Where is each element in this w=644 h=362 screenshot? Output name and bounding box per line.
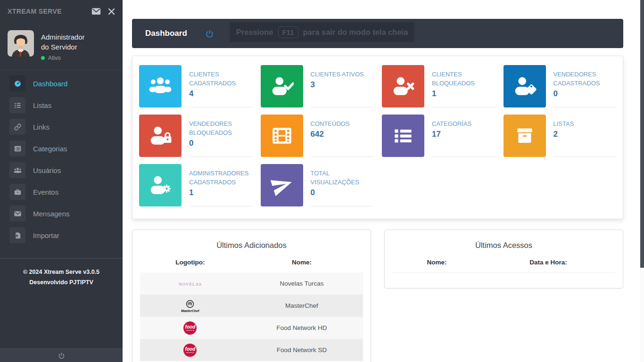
- stat-value: 1: [432, 89, 495, 99]
- list-alt-icon: [14, 145, 22, 153]
- sidebar-item-dashboard[interactable]: Dashboard: [0, 73, 123, 94]
- novelas-logo: NOVELAS: [179, 282, 202, 287]
- stat-card-listas[interactable]: LISTAS 2: [504, 115, 617, 157]
- sidebar-item-label: Listas: [33, 101, 51, 109]
- user-gear-icon: [149, 173, 172, 197]
- sidebar-item-usuarios[interactable]: Usuários: [0, 159, 123, 181]
- archive-box-icon: [513, 124, 537, 148]
- divider: [392, 272, 615, 273]
- column-header-logotipo: Logotipo:: [140, 257, 240, 272]
- stat-card-clientes-ativos[interactable]: CLIENTES ATIVOS 3: [261, 65, 374, 107]
- stat-value: 17: [432, 130, 495, 139]
- fullscreen-notice-suffix: para sair do modo tela cheia: [303, 28, 408, 37]
- sidebar-item-importar[interactable]: Importar: [0, 224, 123, 246]
- sidebar: XTREAM SERVE: [0, 0, 123, 362]
- sidebar-header: XTREAM SERVE: [0, 0, 123, 23]
- stat-label: CATEGORÍAS: [432, 119, 495, 128]
- gauge-icon: [14, 80, 22, 88]
- stat-card-vendedores-cadastrados[interactable]: VENDEDORES CADASTRADOS 0: [504, 65, 617, 107]
- envelope-icon[interactable]: [91, 6, 101, 16]
- list-bullets-icon: [391, 124, 415, 148]
- table-row: food network Food Network SD: [140, 339, 363, 361]
- users-icon: [14, 166, 22, 174]
- close-icon[interactable]: [107, 7, 116, 16]
- sidebar-item-label: Mensagens: [33, 210, 70, 218]
- f11-key-badge: F11: [278, 26, 298, 38]
- table-row: MasterChef MasterChef: [140, 295, 363, 317]
- page-title: Dashboard: [145, 29, 187, 38]
- user-panel: Administrador do Servidor Ativo: [0, 23, 123, 70]
- file-import-icon: [14, 231, 22, 239]
- scrollbar-thumb[interactable]: [640, 0, 644, 268]
- stat-value: 0: [189, 139, 252, 148]
- sidebar-item-label: Usuários: [33, 166, 61, 174]
- fullscreen-notice-prefix: Pressione: [236, 28, 273, 37]
- stat-label: CLIENTES CADASTRADOS: [189, 70, 252, 88]
- masterchef-logo: MasterChef: [181, 299, 199, 313]
- sidebar-item-links[interactable]: Links: [0, 116, 123, 138]
- sidebar-item-label: Dashboard: [33, 80, 67, 88]
- paper-plane-icon: [270, 173, 294, 197]
- scrollbar-track[interactable]: [640, 0, 644, 362]
- fullscreen-notice: Pressione F11 para sair do modo tela che…: [230, 22, 414, 42]
- stat-label: TOTAL VISUALIZAÇÕES: [311, 169, 374, 187]
- footer-copyright: © 2024 Xtream Serve v3.0.5: [0, 267, 123, 277]
- recent-access-title: Últimos Acessos: [392, 238, 615, 257]
- user-name: Administrador do Servidor: [41, 32, 92, 52]
- sidebar-footer: © 2024 Xtream Serve v3.0.5 Desenvolvido …: [0, 258, 123, 288]
- table-row: NOVELAS Novelas Turcas: [140, 272, 363, 295]
- stat-label: VENDEDORES CADASTRADOS: [553, 70, 617, 88]
- header-power-button[interactable]: [205, 29, 214, 38]
- sidebar-item-label: Importar: [33, 231, 59, 239]
- recent-added-panel: Últimos Adicionados Logotipo: Nome: NOVE…: [132, 230, 371, 362]
- column-header-data-hora: Data e Hora:: [481, 257, 615, 272]
- sidebar-item-label: Categorias: [33, 145, 67, 153]
- user-check-icon: [270, 74, 294, 98]
- stat-card-clientes-cadastrados[interactable]: CLIENTES CADASTRADOS 4: [139, 65, 252, 107]
- stat-value: 642: [311, 130, 374, 139]
- user-lock-icon: [149, 124, 172, 148]
- stat-card-vendedores-bloqueados[interactable]: VENDEDORES BLOQUEADOS 0: [139, 115, 252, 157]
- stat-card-clientes-bloqueados[interactable]: CLIENTES BLOQUEADOS 1: [382, 65, 495, 107]
- stat-value: 4: [189, 89, 252, 99]
- user-x-icon: [391, 74, 415, 98]
- column-header-nome: Nome:: [392, 257, 481, 272]
- stat-value: 1: [189, 188, 252, 197]
- stat-card-conteudos[interactable]: CONTEÚDOS 642: [261, 115, 374, 157]
- brand-title: XTREAM SERVE: [8, 8, 91, 15]
- stat-value: 2: [553, 130, 617, 139]
- recent-access-panel: Últimos Acessos Nome: Data e Hora:: [384, 230, 623, 288]
- logout-power-button[interactable]: [0, 348, 123, 362]
- list-icon: [14, 101, 22, 109]
- status-dot: [41, 56, 45, 60]
- stat-card-total-visualizacoes[interactable]: TOTAL VISUALIZAÇÕES 0: [261, 164, 374, 206]
- power-icon: [205, 29, 214, 38]
- stat-label: VENDEDORES BLOQUEADOS: [189, 119, 252, 137]
- channel-name: Food Network SD: [240, 339, 363, 361]
- channel-name: Novelas Turcas: [240, 272, 363, 295]
- channel-name: Food Network HD: [240, 317, 363, 339]
- stat-value: 3: [311, 80, 374, 90]
- user-tag-icon: [513, 74, 537, 98]
- food-network-logo: food network: [183, 344, 197, 357]
- table-row: food network Food Network HD: [140, 317, 363, 339]
- power-icon: [58, 352, 65, 359]
- sidebar-item-categorias[interactable]: Categorias: [0, 138, 123, 159]
- app-screen: XTREAM SERVE: [0, 0, 644, 362]
- stats-panel: CLIENTES CADASTRADOS 4 CLIENTES ATIVOS 3: [132, 56, 623, 219]
- user-status: Ativo: [48, 55, 61, 61]
- stat-card-categorias[interactable]: CATEGORÍAS 17: [382, 115, 495, 157]
- sidebar-item-mensagens[interactable]: Mensagens: [0, 203, 123, 224]
- sidebar-item-eventos[interactable]: Eventos: [0, 181, 123, 203]
- link-icon: [14, 123, 22, 131]
- sidebar-menu: Dashboard Listas Links Categorias Usuári…: [0, 70, 123, 246]
- sidebar-item-listas[interactable]: Listas: [0, 94, 123, 116]
- column-header-nome: Nome:: [240, 257, 363, 272]
- film-icon: [270, 124, 294, 148]
- briefcase-icon: [14, 188, 22, 196]
- stat-label: CONTEÚDOS: [311, 119, 374, 128]
- stat-value: 0: [311, 188, 374, 197]
- stat-card-administradores[interactable]: ADMINISTRADORES CADASTRADOS 1: [139, 164, 252, 206]
- sidebar-item-label: Eventos: [33, 188, 58, 196]
- recent-added-title: Últimos Adicionados: [140, 238, 363, 257]
